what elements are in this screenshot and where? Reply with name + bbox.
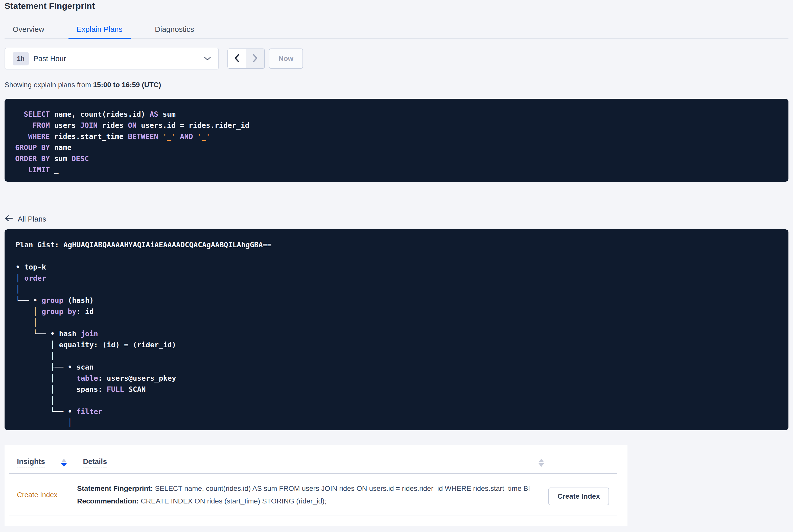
code-line: │ table: users@users_pkey bbox=[16, 373, 781, 384]
code-line: GROUP BY name bbox=[15, 142, 781, 153]
sort-icon[interactable] bbox=[539, 459, 544, 467]
code-line: ORDER BY sum DESC bbox=[15, 153, 781, 165]
details-cell: Statement Fingerprint: SELECT name, coun… bbox=[77, 484, 529, 506]
code-line: LIMIT _ bbox=[15, 165, 781, 175]
code-line: │ bbox=[16, 417, 781, 429]
showing-plans-caption: Showing explain plans from 15:00 to 16:5… bbox=[4, 81, 789, 89]
insight-cell: Create Index bbox=[17, 491, 77, 499]
chevron-down-icon bbox=[204, 56, 211, 61]
column-header-insights[interactable]: Insights bbox=[17, 457, 45, 468]
code-line: │ bbox=[16, 395, 781, 406]
tab-explain-plans[interactable]: Explain Plans bbox=[69, 25, 131, 39]
time-pager bbox=[227, 49, 265, 69]
table-row: Create Index Statement Fingerprint: SELE… bbox=[4, 474, 627, 516]
code-line: FROM users JOIN rides ON users.id = ride… bbox=[15, 120, 781, 131]
arrow-left-icon bbox=[4, 215, 13, 223]
row-divider bbox=[9, 516, 617, 516]
all-plans-link[interactable]: All Plans bbox=[4, 215, 46, 223]
time-controls: 1h Past Hour Now bbox=[4, 48, 789, 70]
tab-bar: Overview Explain Plans Diagnostics bbox=[4, 25, 789, 39]
insights-table-card: Insights Details Create Index Statement … bbox=[4, 445, 627, 526]
sql-statement-block: SELECT name, count(rides.id) AS sum FROM… bbox=[4, 99, 789, 182]
code-line: Plan Gist: AgHUAQIABQAAAAHYAQIAiAEAAAADC… bbox=[16, 240, 781, 251]
tab-overview[interactable]: Overview bbox=[4, 25, 52, 39]
code-line: ├── • scan bbox=[16, 362, 781, 373]
time-range-label: Past Hour bbox=[33, 55, 66, 63]
chevron-left-icon bbox=[233, 54, 240, 63]
code-line: │ bbox=[16, 284, 781, 295]
create-index-link[interactable]: Create Index bbox=[17, 491, 57, 499]
insights-table-header: Insights Details bbox=[4, 445, 627, 468]
code-line: │ group by: id bbox=[16, 306, 781, 317]
page-title: Statement Fingerprint bbox=[4, 0, 789, 11]
code-line: │ bbox=[16, 317, 781, 328]
code-line: │ equality: (id) = (rider_id) bbox=[16, 340, 781, 350]
next-time-button[interactable] bbox=[246, 49, 264, 68]
code-line: │ spans: FULL SCAN bbox=[16, 384, 781, 395]
code-line: │ order bbox=[16, 273, 781, 284]
previous-time-button[interactable] bbox=[228, 49, 246, 68]
tab-diagnostics[interactable]: Diagnostics bbox=[147, 25, 202, 39]
code-line: └── • filter bbox=[16, 406, 781, 417]
code-line: SELECT name, count(rides.id) AS sum bbox=[15, 109, 781, 120]
detail-line: Recommendation: CREATE INDEX ON rides (s… bbox=[77, 497, 529, 506]
chevron-right-icon bbox=[252, 54, 259, 63]
code-line: • top-k bbox=[16, 262, 781, 273]
code-line bbox=[16, 251, 781, 262]
code-line: │ bbox=[16, 350, 781, 362]
all-plans-label: All Plans bbox=[18, 215, 46, 223]
time-range-select[interactable]: 1h Past Hour bbox=[4, 48, 219, 70]
code-line: └── • group (hash) bbox=[16, 295, 781, 306]
time-range-badge: 1h bbox=[13, 52, 29, 65]
create-index-button[interactable]: Create Index bbox=[548, 488, 609, 505]
detail-line: Statement Fingerprint: SELECT name, coun… bbox=[77, 484, 529, 493]
code-line: └── • hash join bbox=[16, 328, 781, 340]
code-line: WHERE rides.start_time BETWEEN '_' AND '… bbox=[15, 131, 781, 142]
sort-icon[interactable] bbox=[61, 459, 67, 467]
now-button[interactable]: Now bbox=[269, 49, 303, 69]
plan-gist-block: Plan Gist: AgHUAQIABQAAAAHYAQIAiAEAAAADC… bbox=[4, 229, 789, 430]
column-header-details[interactable]: Details bbox=[83, 457, 107, 468]
